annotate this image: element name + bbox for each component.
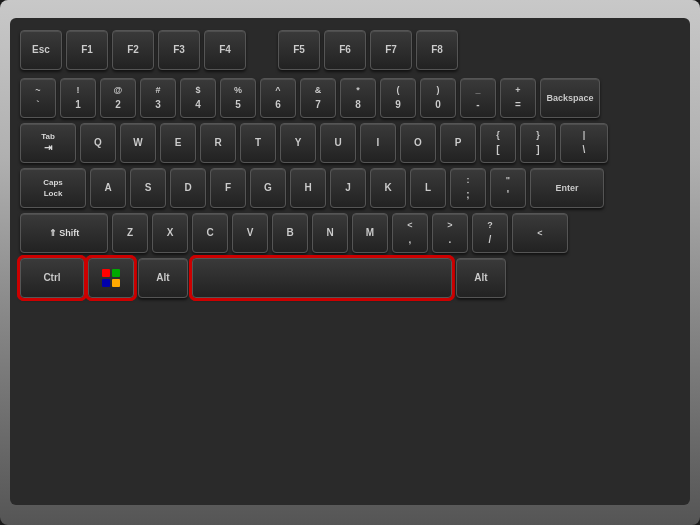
windows-logo-icon (102, 269, 120, 287)
key-l[interactable]: L (410, 168, 446, 208)
key-enter[interactable]: Enter (530, 168, 604, 208)
key-shift-right[interactable]: < (512, 213, 568, 253)
key-b[interactable]: B (272, 213, 308, 253)
key-backslash[interactable]: | \ (560, 123, 608, 163)
key-windows[interactable] (88, 258, 134, 298)
key-c[interactable]: C (192, 213, 228, 253)
key-space[interactable] (192, 258, 452, 298)
key-bracket-left[interactable]: { [ (480, 123, 516, 163)
key-f2-label: F2 (127, 44, 139, 56)
key-5[interactable]: % 5 (220, 78, 256, 118)
key-shift-left[interactable]: ⇑ Shift (20, 213, 108, 253)
key-esc[interactable]: Esc (20, 30, 62, 70)
function-key-row: Esc F1 F2 F3 F4 F5 F6 F7 (20, 30, 680, 70)
key-8[interactable]: * 8 (340, 78, 376, 118)
key-h[interactable]: H (290, 168, 326, 208)
key-d[interactable]: D (170, 168, 206, 208)
key-6[interactable]: ^ 6 (260, 78, 296, 118)
key-z[interactable]: Z (112, 213, 148, 253)
key-period[interactable]: > . (432, 213, 468, 253)
key-backspace[interactable]: Backspace (540, 78, 600, 118)
zxcv-row: ⇑ Shift Z X C V B N M < , > . ? / < (20, 213, 680, 253)
key-equals[interactable]: + = (500, 78, 536, 118)
key-f4[interactable]: F4 (204, 30, 246, 70)
asdf-row: Caps Lock A S D F G H J K L : ; " ' Ente… (20, 168, 680, 208)
key-minus[interactable]: _ - (460, 78, 496, 118)
key-f1[interactable]: F1 (66, 30, 108, 70)
key-tab[interactable]: Tab ⇥ (20, 123, 76, 163)
key-i[interactable]: I (360, 123, 396, 163)
key-9[interactable]: ( 9 (380, 78, 416, 118)
key-ctrl-label: Ctrl (43, 272, 60, 284)
key-f8[interactable]: F8 (416, 30, 458, 70)
key-f7-label: F7 (385, 44, 397, 56)
key-f6[interactable]: F6 (324, 30, 366, 70)
key-a[interactable]: A (90, 168, 126, 208)
key-q[interactable]: Q (80, 123, 116, 163)
key-e[interactable]: E (160, 123, 196, 163)
key-alt-right-label: Alt (474, 272, 487, 284)
key-quote[interactable]: " ' (490, 168, 526, 208)
key-f1-label: F1 (81, 44, 93, 56)
qwerty-row: Tab ⇥ Q W E R T Y U I O P { [ } ] | \ (20, 123, 680, 163)
key-f[interactable]: F (210, 168, 246, 208)
key-f7[interactable]: F7 (370, 30, 412, 70)
key-esc-label: Esc (32, 44, 50, 56)
key-t[interactable]: T (240, 123, 276, 163)
key-slash[interactable]: ? / (472, 213, 508, 253)
key-2[interactable]: @ 2 (100, 78, 136, 118)
key-p[interactable]: P (440, 123, 476, 163)
key-comma[interactable]: < , (392, 213, 428, 253)
number-key-row: ~ ` ! 1 @ 2 # 3 $ 4 % 5 (20, 78, 680, 118)
key-k[interactable]: K (370, 168, 406, 208)
key-bracket-right[interactable]: } ] (520, 123, 556, 163)
key-g[interactable]: G (250, 168, 286, 208)
key-f5[interactable]: F5 (278, 30, 320, 70)
key-caps-lock-label: Caps (43, 178, 63, 188)
keyboard-body: Esc F1 F2 F3 F4 F5 F6 F7 (10, 18, 690, 505)
key-alt-left[interactable]: Alt (138, 258, 188, 298)
key-u[interactable]: U (320, 123, 356, 163)
key-o[interactable]: O (400, 123, 436, 163)
key-f2[interactable]: F2 (112, 30, 154, 70)
key-f3-label: F3 (173, 44, 185, 56)
key-j[interactable]: J (330, 168, 366, 208)
key-tilde[interactable]: ~ ` (20, 78, 56, 118)
key-f5-label: F5 (293, 44, 305, 56)
bottom-row: Ctrl Alt Alt (20, 258, 680, 298)
key-m[interactable]: M (352, 213, 388, 253)
key-f6-label: F6 (339, 44, 351, 56)
key-f4-label: F4 (219, 44, 231, 56)
key-semicolon[interactable]: : ; (450, 168, 486, 208)
keyboard-image: Esc F1 F2 F3 F4 F5 F6 F7 (0, 0, 700, 525)
key-r[interactable]: R (200, 123, 236, 163)
key-n[interactable]: N (312, 213, 348, 253)
key-alt-right[interactable]: Alt (456, 258, 506, 298)
key-alt-left-label: Alt (156, 272, 169, 284)
key-7[interactable]: & 7 (300, 78, 336, 118)
key-4[interactable]: $ 4 (180, 78, 216, 118)
key-w[interactable]: W (120, 123, 156, 163)
key-caps-lock[interactable]: Caps Lock (20, 168, 86, 208)
key-x[interactable]: X (152, 213, 188, 253)
key-s[interactable]: S (130, 168, 166, 208)
key-f3[interactable]: F3 (158, 30, 200, 70)
key-f8-label: F8 (431, 44, 443, 56)
key-0[interactable]: ) 0 (420, 78, 456, 118)
key-1[interactable]: ! 1 (60, 78, 96, 118)
key-v[interactable]: V (232, 213, 268, 253)
key-ctrl[interactable]: Ctrl (20, 258, 84, 298)
key-3[interactable]: # 3 (140, 78, 176, 118)
key-y[interactable]: Y (280, 123, 316, 163)
